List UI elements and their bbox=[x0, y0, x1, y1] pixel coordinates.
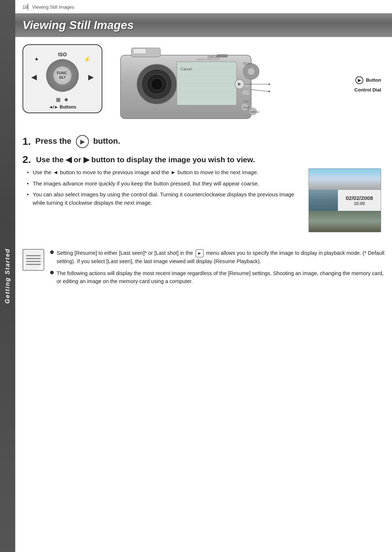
note-text-2: The following actions will display the m… bbox=[57, 269, 385, 286]
thumbnail-bottom bbox=[309, 211, 381, 232]
chapter-title-bar: Viewing Still Images bbox=[15, 13, 392, 37]
button-diagram: ISO ◀ FUNC.SET ▶ ⚡ ✦ ▦ ☻ ◄/► Buttons bbox=[23, 44, 102, 113]
step1-text: Press the ▶ button. bbox=[35, 135, 120, 148]
right-arrow-icon: ▶ bbox=[88, 73, 94, 81]
left-arrow-icon: ◀ bbox=[31, 73, 37, 81]
play-icon-small: ▶ bbox=[355, 76, 363, 84]
camera-svg: ON/OFF Canon IMAGE STABILIZER SCN+ ISO D… bbox=[110, 44, 284, 124]
bullet-1: Use the ◄ button to move to the previous… bbox=[27, 168, 301, 177]
header-divider bbox=[28, 4, 28, 10]
svg-text:DISP: DISP bbox=[243, 106, 250, 109]
iso-label: ISO bbox=[58, 52, 67, 57]
note-line-2 bbox=[26, 258, 40, 259]
note-bullet-2: The following actions will display the m… bbox=[50, 269, 385, 286]
camera-body-diagram: ON/OFF Canon IMAGE STABILIZER SCN+ ISO D… bbox=[110, 44, 381, 124]
note-icon bbox=[23, 249, 44, 271]
func-set-button: FUNC.SET bbox=[46, 59, 79, 92]
main-content: 18 Viewing Still Images Viewing Still Im… bbox=[15, 0, 392, 289]
button-label-text: Button bbox=[366, 77, 381, 83]
step2-heading: 2. Use the ◀ or ▶ button to display the … bbox=[23, 154, 381, 165]
func-set-label: FUNC.SET bbox=[53, 66, 72, 85]
svg-text:IMAGE STABILIZER: IMAGE STABILIZER bbox=[197, 58, 220, 61]
note-corner bbox=[37, 263, 44, 270]
step2-number: 2. bbox=[23, 154, 31, 165]
step2: 2. Use the ◀ or ▶ button to display the … bbox=[23, 154, 381, 232]
step2-heading-text: Use the ◀ or ▶ button to display the ima… bbox=[36, 155, 255, 164]
bullet-dot-1 bbox=[50, 250, 54, 254]
control-dial-label-text: Control Dial bbox=[354, 87, 381, 93]
page-header: 18 Viewing Still Images bbox=[15, 0, 392, 13]
sidebar-label: Getting Started bbox=[4, 248, 11, 304]
step2-bullets: Use the ◄ button to move to the previous… bbox=[27, 168, 301, 207]
bullet-3: You can also select images by using the … bbox=[27, 191, 301, 207]
thumbnail-time: 10:00 bbox=[354, 201, 365, 206]
sidebar: Getting Started bbox=[0, 0, 15, 552]
steps-section: 1. Press the ▶ button. 2. Use the ◀ or ▶… bbox=[15, 131, 392, 242]
page-number: 18 bbox=[23, 4, 28, 10]
macro-icon: ✦ bbox=[34, 56, 39, 63]
mode-icon: ▦ bbox=[56, 97, 61, 102]
svg-point-32 bbox=[269, 91, 270, 92]
play-button-icon: ▶ bbox=[76, 135, 89, 148]
svg-text:Canon: Canon bbox=[180, 67, 192, 71]
note-section: Setting [Resume] to either [Last seen]* … bbox=[23, 249, 385, 289]
svg-rect-14 bbox=[217, 54, 228, 57]
bullet-dot-2 bbox=[50, 271, 54, 274]
svg-point-18 bbox=[248, 68, 255, 75]
thumbnail-middle-image bbox=[309, 190, 338, 211]
play-button-label: ▶ Button bbox=[355, 76, 381, 84]
page-section-title: Viewing Still Images bbox=[32, 4, 74, 10]
thumbnail-info: 02/02/2008 10:00 bbox=[338, 190, 381, 211]
bullet-2: The images advance more quickly if you k… bbox=[27, 180, 301, 188]
svg-line-31 bbox=[251, 90, 269, 91]
note-line-1 bbox=[26, 255, 40, 256]
svg-rect-2 bbox=[133, 49, 146, 54]
camera-section: ISO ◀ FUNC.SET ▶ ⚡ ✦ ▦ ☻ ◄/► Buttons bbox=[15, 44, 392, 131]
chapter-title: Viewing Still Images bbox=[23, 19, 385, 32]
svg-text:SCN+: SCN+ bbox=[243, 62, 252, 65]
buttons-label: ◄/► Buttons bbox=[49, 105, 76, 110]
thumbnail-date: 02/02/2008 bbox=[346, 195, 373, 201]
play-menu-icon: ▶ bbox=[196, 249, 204, 257]
svg-text:ISO: ISO bbox=[244, 100, 249, 103]
step1: 1. Press the ▶ button. bbox=[23, 135, 381, 148]
note-line-3 bbox=[26, 261, 40, 262]
note-content: Setting [Resume] to either [Last seen]* … bbox=[50, 249, 385, 289]
svg-rect-21 bbox=[242, 90, 249, 95]
thumbnail-strip: 02/02/2008 10:00 bbox=[309, 168, 381, 232]
svg-text:MENU: MENU bbox=[251, 110, 260, 114]
note-bullet-1: Setting [Resume] to either [Last seen]* … bbox=[50, 249, 385, 266]
thumbnail-middle: 02/02/2008 10:00 bbox=[309, 190, 381, 211]
svg-point-30 bbox=[269, 83, 270, 85]
bullet-column: Use the ◄ button to move to the previous… bbox=[23, 168, 301, 210]
timer-icon: ☻ bbox=[64, 97, 69, 102]
thumbnail-top bbox=[309, 169, 381, 190]
content-row: Use the ◄ button to move to the previous… bbox=[23, 168, 381, 232]
flash-icon: ⚡ bbox=[83, 56, 91, 63]
step1-number: 1. bbox=[23, 136, 31, 147]
svg-point-6 bbox=[151, 78, 163, 90]
note-text-1: Setting [Resume] to either [Last seen]* … bbox=[57, 249, 385, 266]
bottom-icons: ▦ ☻ bbox=[56, 97, 69, 102]
